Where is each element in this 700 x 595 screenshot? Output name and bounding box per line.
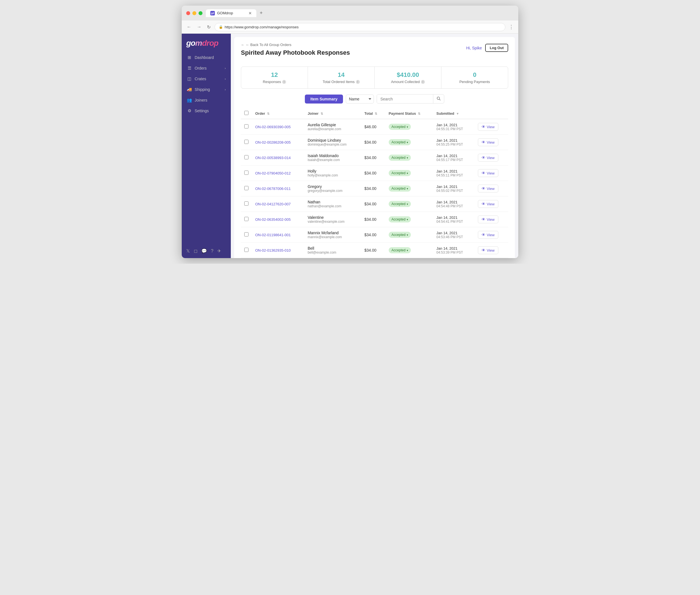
sidebar-item-crates[interactable]: ◫ Crates › bbox=[182, 74, 231, 84]
item-summary-button[interactable]: Item Summary bbox=[305, 94, 343, 104]
status-badge[interactable]: Accepted ▾ bbox=[389, 170, 411, 176]
forward-nav-button[interactable]: → bbox=[195, 23, 203, 31]
sort-order-icon[interactable]: ⇅ bbox=[267, 112, 269, 115]
order-link[interactable]: ON-02-01198641-001 bbox=[255, 233, 291, 237]
view-cell: 👁 View bbox=[474, 243, 508, 258]
total-cell: $46.00 bbox=[361, 119, 385, 135]
order-link[interactable]: ON-02-07904050-012 bbox=[255, 171, 291, 175]
row-checkbox[interactable] bbox=[244, 124, 249, 129]
active-tab[interactable]: gd GOMdrop ✕ bbox=[206, 9, 256, 17]
status-badge[interactable]: Accepted ▾ bbox=[389, 216, 411, 223]
sort-joiner-icon[interactable]: ⇅ bbox=[321, 112, 323, 115]
sidebar-item-label: Joiners bbox=[195, 98, 226, 103]
view-cell: 👁 View bbox=[474, 166, 508, 181]
status-badge[interactable]: Accepted ▾ bbox=[389, 124, 411, 130]
status-badge[interactable]: Accepted ▾ bbox=[389, 232, 411, 238]
twitter-icon[interactable]: 𝕏 bbox=[186, 248, 190, 254]
help-icon[interactable]: ? bbox=[211, 249, 213, 254]
view-button[interactable]: 👁 View bbox=[478, 216, 498, 223]
eye-icon: 👁 bbox=[482, 140, 486, 144]
th-payment-status: Payment Status ⇅ bbox=[385, 108, 433, 119]
order-link[interactable]: ON-02-06930390-005 bbox=[255, 125, 291, 129]
row-checkbox[interactable] bbox=[244, 217, 249, 221]
total-cell: $34.00 bbox=[361, 181, 385, 196]
eye-icon: 👁 bbox=[482, 217, 486, 222]
row-checkbox[interactable] bbox=[244, 232, 249, 236]
browser-menu-button[interactable]: ⋮ bbox=[507, 23, 515, 31]
row-checkbox[interactable] bbox=[244, 155, 249, 159]
search-input[interactable] bbox=[377, 95, 433, 103]
view-button[interactable]: 👁 View bbox=[478, 231, 498, 239]
minimize-button[interactable] bbox=[193, 11, 196, 15]
order-link[interactable]: ON-02-01362935-010 bbox=[255, 248, 291, 253]
view-button[interactable]: 👁 View bbox=[478, 246, 498, 254]
row-checkbox[interactable] bbox=[244, 140, 249, 144]
order-link[interactable]: ON-02-06787006-011 bbox=[255, 187, 291, 191]
submitted-time: 04:55:25 PM PST bbox=[436, 142, 471, 146]
sort-status-icon[interactable]: ⇅ bbox=[418, 112, 420, 115]
status-badge[interactable]: Accepted ▾ bbox=[389, 186, 411, 192]
new-tab-button[interactable]: + bbox=[258, 9, 265, 17]
row-checkbox[interactable] bbox=[244, 201, 249, 206]
browser-nav-bar: ← → ↻ 🔒 https://www.gomdrop.com/manage/r… bbox=[182, 21, 518, 34]
instagram-icon[interactable]: ◻ bbox=[194, 248, 198, 254]
sort-total-icon[interactable]: ⇅ bbox=[375, 112, 377, 115]
row-checkbox[interactable] bbox=[244, 186, 249, 190]
maximize-button[interactable] bbox=[199, 11, 203, 15]
sidebar-item-dashboard[interactable]: ⊞ Dashboard bbox=[182, 52, 231, 63]
airplane-icon[interactable]: ✈ bbox=[217, 248, 221, 254]
view-button[interactable]: 👁 View bbox=[478, 169, 498, 177]
view-button[interactable]: 👁 View bbox=[478, 185, 498, 193]
status-badge[interactable]: Accepted ▾ bbox=[389, 139, 411, 145]
search-button[interactable] bbox=[433, 94, 444, 103]
submitted-date: Jan 14, 2021 bbox=[436, 169, 471, 173]
order-link[interactable]: ON-02-00286208-005 bbox=[255, 140, 291, 144]
stat-info-icon[interactable]: i bbox=[356, 80, 360, 84]
order-link[interactable]: ON-02-04127620-007 bbox=[255, 202, 291, 206]
order-id-cell: ON-02-00538993-014 bbox=[252, 150, 304, 166]
filter-select[interactable]: Name Date Total Status bbox=[346, 94, 374, 104]
order-link[interactable]: ON-02-06354002-005 bbox=[255, 218, 291, 222]
logout-button[interactable]: Log Out bbox=[485, 44, 508, 52]
url-text: https://www.gomdrop.com/manage/responses bbox=[225, 25, 299, 29]
submitted-date: Jan 14, 2021 bbox=[436, 185, 471, 189]
total-cell: $34.00 bbox=[361, 196, 385, 212]
sidebar-item-settings[interactable]: ⚙ Settings bbox=[182, 106, 231, 116]
sidebar-item-shipping[interactable]: 🚚 Shipping › bbox=[182, 84, 231, 95]
view-button[interactable]: 👁 View bbox=[478, 200, 498, 208]
stat-value-amount: $410.00 bbox=[380, 71, 436, 79]
view-button[interactable]: 👁 View bbox=[478, 123, 498, 131]
status-badge[interactable]: Accepted ▾ bbox=[389, 201, 411, 207]
stat-label-ordered-items: Total Ordered Items i bbox=[314, 80, 369, 84]
back-link[interactable]: ← ← Back To All Group Orders bbox=[241, 42, 350, 47]
view-button[interactable]: 👁 View bbox=[478, 138, 498, 146]
reload-button[interactable]: ↻ bbox=[205, 23, 212, 31]
view-button[interactable]: 👁 View bbox=[478, 154, 498, 162]
chat-icon[interactable]: 💬 bbox=[201, 248, 207, 254]
row-checkbox[interactable] bbox=[244, 248, 249, 252]
order-id-cell: ON-02-06787006-011 bbox=[252, 181, 304, 196]
tab-close-icon[interactable]: ✕ bbox=[249, 11, 252, 16]
sort-submitted-icon[interactable]: ▼ bbox=[456, 112, 459, 115]
stat-info-icon[interactable]: i bbox=[282, 80, 286, 84]
sidebar: gomdrop ⊞ Dashboard ☰ Orders › ◫ Crates … bbox=[182, 34, 231, 258]
chevron-down-icon: ▾ bbox=[407, 249, 408, 252]
row-checkbox-cell bbox=[241, 166, 252, 181]
status-badge[interactable]: Accepted ▾ bbox=[389, 247, 411, 253]
table-row: ON-02-01362935-010 Bell bell@example.com… bbox=[241, 243, 508, 258]
row-checkbox[interactable] bbox=[244, 171, 249, 175]
joiner-email: isaiah@example.com bbox=[308, 158, 357, 162]
chevron-down-icon: ▾ bbox=[407, 156, 408, 159]
back-nav-button[interactable]: ← bbox=[185, 23, 193, 31]
close-button[interactable] bbox=[186, 11, 190, 15]
stat-info-icon[interactable]: i bbox=[421, 80, 425, 84]
select-all-checkbox[interactable] bbox=[244, 111, 249, 115]
status-cell: Accepted ▾ bbox=[385, 227, 433, 243]
row-checkbox-cell bbox=[241, 212, 252, 227]
status-badge[interactable]: Accepted ▾ bbox=[389, 154, 411, 161]
url-bar[interactable]: 🔒 https://www.gomdrop.com/manage/respons… bbox=[214, 23, 505, 31]
main-content: ← ← Back To All Group Orders Spirited Aw… bbox=[231, 34, 518, 258]
sidebar-item-joiners[interactable]: 👥 Joiners bbox=[182, 95, 231, 106]
order-link[interactable]: ON-02-00538993-014 bbox=[255, 156, 291, 160]
sidebar-item-orders[interactable]: ☰ Orders › bbox=[182, 63, 231, 74]
